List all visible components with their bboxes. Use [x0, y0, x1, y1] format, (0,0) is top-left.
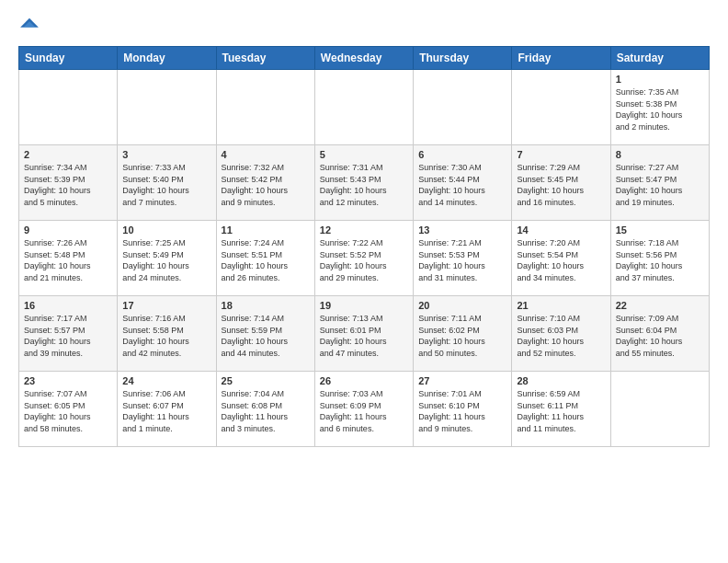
calendar-cell: 19Sunrise: 7:13 AM Sunset: 6:01 PM Dayli…: [314, 296, 413, 372]
day-info: Sunrise: 7:14 AM Sunset: 5:59 PM Dayligh…: [222, 313, 310, 359]
calendar-cell: [19, 70, 118, 145]
calendar-cell: 25Sunrise: 7:04 AM Sunset: 6:08 PM Dayli…: [216, 372, 314, 447]
calendar-cell: 1Sunrise: 7:35 AM Sunset: 5:38 PM Daylig…: [610, 70, 709, 145]
day-info: Sunrise: 7:18 AM Sunset: 5:56 PM Dayligh…: [616, 237, 704, 283]
day-number: 3: [122, 149, 210, 160]
calendar-cell: 21Sunrise: 7:10 AM Sunset: 6:03 PM Dayli…: [512, 296, 610, 372]
day-info: Sunrise: 7:10 AM Sunset: 6:03 PM Dayligh…: [517, 313, 605, 359]
calendar-cell: 27Sunrise: 7:01 AM Sunset: 6:10 PM Dayli…: [414, 372, 512, 447]
day-number: 17: [122, 300, 210, 311]
day-number: 7: [517, 149, 605, 160]
weekday-header-tuesday: Tuesday: [216, 47, 314, 70]
weekday-header-sunday: Sunday: [19, 47, 118, 70]
calendar-cell: 9Sunrise: 7:26 AM Sunset: 5:48 PM Daylig…: [19, 221, 118, 296]
day-number: 20: [418, 300, 506, 311]
weekday-row: SundayMondayTuesdayWednesdayThursdayFrid…: [19, 47, 710, 70]
calendar-cell: 16Sunrise: 7:17 AM Sunset: 5:57 PM Dayli…: [19, 296, 118, 372]
calendar-cell: [512, 70, 610, 145]
calendar-cell: 26Sunrise: 7:03 AM Sunset: 6:09 PM Dayli…: [314, 372, 413, 447]
calendar-cell: 28Sunrise: 6:59 AM Sunset: 6:11 PM Dayli…: [512, 372, 610, 447]
calendar-week-2: 2Sunrise: 7:34 AM Sunset: 5:39 PM Daylig…: [19, 145, 710, 221]
day-number: 6: [418, 149, 506, 160]
calendar-cell: [414, 70, 512, 145]
day-info: Sunrise: 7:04 AM Sunset: 6:08 PM Dayligh…: [222, 388, 310, 434]
calendar-cell: 2Sunrise: 7:34 AM Sunset: 5:39 PM Daylig…: [19, 145, 118, 221]
day-info: Sunrise: 7:35 AM Sunset: 5:38 PM Dayligh…: [616, 86, 704, 132]
calendar-cell: 18Sunrise: 7:14 AM Sunset: 5:59 PM Dayli…: [216, 296, 314, 372]
day-number: 9: [24, 224, 112, 236]
day-number: 21: [517, 300, 605, 311]
weekday-header-monday: Monday: [118, 47, 216, 70]
day-number: 18: [222, 300, 310, 311]
day-info: Sunrise: 7:27 AM Sunset: 5:47 PM Dayligh…: [616, 162, 704, 208]
calendar-table: SundayMondayTuesdayWednesdayThursdayFrid…: [18, 46, 710, 447]
day-info: Sunrise: 7:24 AM Sunset: 5:51 PM Dayligh…: [222, 237, 310, 283]
day-number: 26: [320, 375, 408, 386]
header: [18, 15, 710, 39]
day-info: Sunrise: 7:32 AM Sunset: 5:42 PM Dayligh…: [222, 162, 310, 208]
day-info: Sunrise: 7:09 AM Sunset: 6:04 PM Dayligh…: [616, 313, 704, 359]
calendar-cell: [216, 70, 314, 145]
logo: [18, 15, 40, 39]
calendar-cell: 24Sunrise: 7:06 AM Sunset: 6:07 PM Dayli…: [118, 372, 216, 447]
day-number: 24: [122, 375, 210, 386]
calendar-cell: [118, 70, 216, 145]
weekday-header-saturday: Saturday: [610, 47, 709, 70]
calendar-cell: 20Sunrise: 7:11 AM Sunset: 6:02 PM Dayli…: [414, 296, 512, 372]
logo-icon: [19, 15, 40, 35]
day-info: Sunrise: 7:13 AM Sunset: 6:01 PM Dayligh…: [320, 313, 408, 359]
calendar-cell: 15Sunrise: 7:18 AM Sunset: 5:56 PM Dayli…: [610, 221, 709, 296]
day-number: 2: [24, 149, 112, 160]
page: SundayMondayTuesdayWednesdayThursdayFrid…: [0, 0, 728, 563]
day-info: Sunrise: 7:34 AM Sunset: 5:39 PM Dayligh…: [24, 162, 112, 208]
day-info: Sunrise: 7:20 AM Sunset: 5:54 PM Dayligh…: [517, 237, 605, 283]
calendar-cell: 12Sunrise: 7:22 AM Sunset: 5:52 PM Dayli…: [314, 221, 413, 296]
day-number: 11: [222, 224, 310, 236]
day-info: Sunrise: 7:07 AM Sunset: 6:05 PM Dayligh…: [24, 388, 112, 434]
day-number: 25: [222, 375, 310, 386]
calendar-week-5: 23Sunrise: 7:07 AM Sunset: 6:05 PM Dayli…: [19, 372, 710, 447]
day-number: 1: [616, 74, 704, 85]
day-number: 12: [320, 224, 408, 236]
day-info: Sunrise: 7:33 AM Sunset: 5:40 PM Dayligh…: [122, 162, 210, 208]
calendar-cell: 3Sunrise: 7:33 AM Sunset: 5:40 PM Daylig…: [118, 145, 216, 221]
day-number: 15: [616, 224, 704, 236]
day-number: 23: [24, 375, 112, 386]
calendar-cell: 17Sunrise: 7:16 AM Sunset: 5:58 PM Dayli…: [118, 296, 216, 372]
calendar-cell: 4Sunrise: 7:32 AM Sunset: 5:42 PM Daylig…: [216, 145, 314, 221]
day-info: Sunrise: 7:11 AM Sunset: 6:02 PM Dayligh…: [418, 313, 506, 359]
day-number: 16: [24, 300, 112, 311]
day-number: 8: [616, 149, 704, 160]
day-info: Sunrise: 6:59 AM Sunset: 6:11 PM Dayligh…: [517, 388, 605, 434]
calendar-header: SundayMondayTuesdayWednesdayThursdayFrid…: [19, 47, 710, 70]
calendar-cell: 8Sunrise: 7:27 AM Sunset: 5:47 PM Daylig…: [610, 145, 709, 221]
day-info: Sunrise: 7:01 AM Sunset: 6:10 PM Dayligh…: [418, 388, 506, 434]
day-number: 19: [320, 300, 408, 311]
day-number: 22: [616, 300, 704, 311]
calendar-cell: [314, 70, 413, 145]
day-number: 27: [418, 375, 506, 386]
weekday-header-friday: Friday: [512, 47, 610, 70]
day-info: Sunrise: 7:29 AM Sunset: 5:45 PM Dayligh…: [517, 162, 605, 208]
calendar-cell: 6Sunrise: 7:30 AM Sunset: 5:44 PM Daylig…: [414, 145, 512, 221]
calendar-cell: 7Sunrise: 7:29 AM Sunset: 5:45 PM Daylig…: [512, 145, 610, 221]
calendar-week-4: 16Sunrise: 7:17 AM Sunset: 5:57 PM Dayli…: [19, 296, 710, 372]
calendar-cell: 23Sunrise: 7:07 AM Sunset: 6:05 PM Dayli…: [19, 372, 118, 447]
day-info: Sunrise: 7:21 AM Sunset: 5:53 PM Dayligh…: [418, 237, 506, 283]
day-info: Sunrise: 7:22 AM Sunset: 5:52 PM Dayligh…: [320, 237, 408, 283]
day-info: Sunrise: 7:17 AM Sunset: 5:57 PM Dayligh…: [24, 313, 112, 359]
calendar-week-1: 1Sunrise: 7:35 AM Sunset: 5:38 PM Daylig…: [19, 70, 710, 145]
day-number: 5: [320, 149, 408, 160]
day-info: Sunrise: 7:25 AM Sunset: 5:49 PM Dayligh…: [122, 237, 210, 283]
day-info: Sunrise: 7:31 AM Sunset: 5:43 PM Dayligh…: [320, 162, 408, 208]
calendar-cell: 13Sunrise: 7:21 AM Sunset: 5:53 PM Dayli…: [414, 221, 512, 296]
calendar-cell: [610, 372, 709, 447]
calendar-cell: 5Sunrise: 7:31 AM Sunset: 5:43 PM Daylig…: [314, 145, 413, 221]
day-info: Sunrise: 7:03 AM Sunset: 6:09 PM Dayligh…: [320, 388, 408, 434]
calendar-cell: 22Sunrise: 7:09 AM Sunset: 6:04 PM Dayli…: [610, 296, 709, 372]
day-number: 4: [222, 149, 310, 160]
calendar-cell: 10Sunrise: 7:25 AM Sunset: 5:49 PM Dayli…: [118, 221, 216, 296]
calendar-cell: 14Sunrise: 7:20 AM Sunset: 5:54 PM Dayli…: [512, 221, 610, 296]
weekday-header-wednesday: Wednesday: [314, 47, 413, 70]
calendar-cell: 11Sunrise: 7:24 AM Sunset: 5:51 PM Dayli…: [216, 221, 314, 296]
